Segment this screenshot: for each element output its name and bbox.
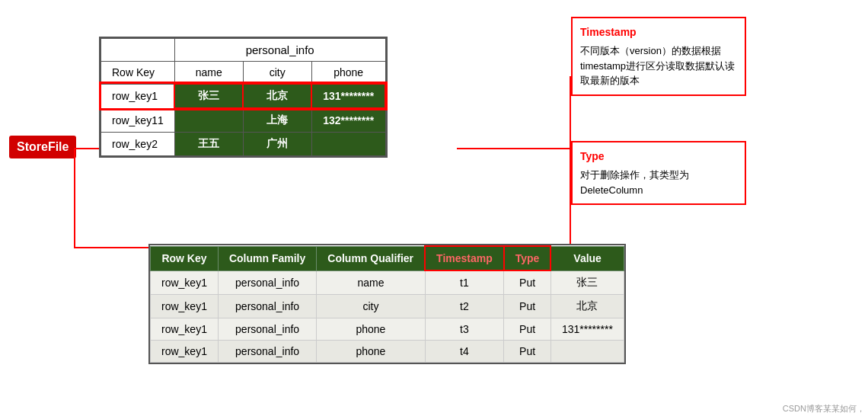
row-key-2: row_key2 <box>101 133 175 156</box>
col-name: name <box>174 62 243 85</box>
connector-line-v1 <box>74 148 75 247</box>
bth-row-key: Row Key <box>151 246 219 270</box>
bth-type: Type <box>504 246 551 270</box>
col-city: city <box>243 62 311 85</box>
table-row: row_key1 张三 北京 131******** <box>101 84 386 108</box>
bth-col-qualifier: Column Qualifier <box>317 246 425 270</box>
cell-name-2: 王五 <box>174 133 243 156</box>
cell-phone-11: 132******** <box>311 108 385 133</box>
storefile-label: StoreFile <box>9 136 76 158</box>
timestamp-annotation: Timestamp 不同版本（version）的数据根据timestamp进行区… <box>571 17 746 96</box>
connector-line-v3 <box>570 148 571 221</box>
cell-name-1: 张三 <box>174 84 243 108</box>
bottom-table-container: Row Key Column Family Column Qualifier T… <box>148 244 626 364</box>
cell-phone-2 <box>311 133 385 156</box>
table-row: row_key1personal_infocityt2Put北京 <box>151 294 624 318</box>
col-phone: phone <box>311 62 385 85</box>
watermark: CSDN博客某某如何， <box>780 402 868 416</box>
timestamp-title: Timestamp <box>580 24 737 40</box>
connector-line-h3 <box>457 148 571 149</box>
cell-city-1: 北京 <box>243 84 311 108</box>
connector-line-v2 <box>570 76 571 149</box>
cell-city-2: 广州 <box>243 133 311 156</box>
connector-line-h1 <box>74 148 99 149</box>
type-body: 对于删除操作，其类型为DeleteColumn <box>580 168 737 197</box>
bth-timestamp: Timestamp <box>425 246 504 270</box>
timestamp-body: 不同版本（version）的数据根据timestamp进行区分读取数据默认读取最… <box>580 43 737 88</box>
bottom-table: Row Key Column Family Column Qualifier T… <box>150 245 624 363</box>
cell-name-11 <box>174 108 243 133</box>
row-key-1: row_key1 <box>101 84 175 108</box>
connector-line-h2 <box>74 247 148 248</box>
top-table-container: personal_info Row Key name city phone ro… <box>99 37 388 158</box>
table-row: row_key11 上海 132******** <box>101 108 386 133</box>
cell-city-11: 上海 <box>243 108 311 133</box>
type-annotation: Type 对于删除操作，其类型为DeleteColumn <box>571 141 746 205</box>
type-title: Type <box>580 149 737 165</box>
top-table: personal_info Row Key name city phone ro… <box>101 38 386 156</box>
col-row-key: Row Key <box>101 62 175 85</box>
cell-phone-1: 131******** <box>311 84 385 108</box>
row-key-11: row_key11 <box>101 108 175 133</box>
table-row: row_key2 王五 广州 <box>101 133 386 156</box>
empty-corner <box>101 39 175 62</box>
personal-info-header: personal_info <box>174 39 385 62</box>
table-row: row_key1personal_infophonet4Put <box>151 340 624 362</box>
connector-line-v4 <box>570 221 571 244</box>
bth-col-family: Column Family <box>218 246 316 270</box>
table-row: row_key1personal_infophonet3Put131******… <box>151 318 624 340</box>
table-row: row_key1personal_infonamet1Put张三 <box>151 270 624 294</box>
bth-value: Value <box>550 246 624 270</box>
